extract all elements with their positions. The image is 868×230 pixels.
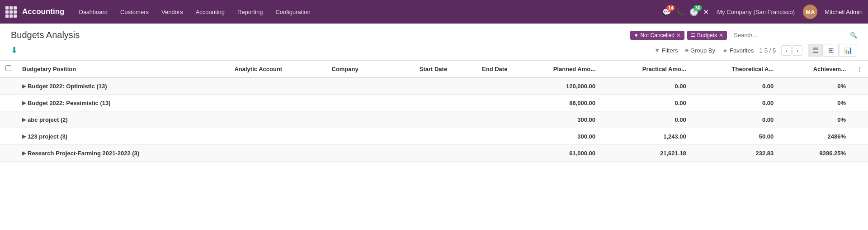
row-more[interactable] — [851, 77, 868, 95]
table-row: ▶ Budget 2022: Pessimistic (13) 86,000.0… — [0, 95, 868, 111]
nav-icons: 💬 14 📞 🕐 30 ✕ My Company (San Francisco)… — [662, 5, 863, 19]
th-checkbox — [0, 61, 17, 78]
table-row: ▶ Research Project-Farming 2021-2022 (3)… — [0, 145, 868, 162]
row-budgetary-position[interactable]: ▶ Research Project-Farming 2021-2022 (3) — [17, 145, 229, 162]
filter-not-cancelled[interactable]: ▼ Not Cancelled ✕ — [630, 31, 684, 40]
row-toggle[interactable]: ▶ Budget 2022: Optimistic (13) — [22, 83, 107, 90]
row-start-date — [389, 95, 453, 111]
row-end-date — [453, 77, 513, 95]
activity-button[interactable]: 🕐 30 — [689, 8, 698, 16]
row-more[interactable] — [851, 145, 868, 162]
grid-view-button[interactable]: ⊞ — [824, 44, 839, 57]
row-budgetary-position[interactable]: ▶ 123 project (3) — [17, 128, 229, 145]
nav-customers[interactable]: Customers — [115, 6, 154, 18]
row-end-date — [453, 111, 513, 128]
row-start-date — [389, 145, 453, 162]
row-analytic-account — [229, 95, 326, 111]
filters-button[interactable]: ▼ Filters — [654, 47, 678, 54]
row-more[interactable] — [851, 128, 868, 145]
close-icon: ✕ — [703, 8, 709, 16]
filter-bar: ▼ Not Cancelled ✕ ☰ Budgets ✕ 🔍 — [630, 30, 857, 40]
nav-dashboard[interactable]: Dashboard — [74, 6, 113, 18]
expand-icon: ▶ — [22, 150, 26, 156]
row-analytic-account — [229, 128, 326, 145]
close-button[interactable]: ✕ — [703, 8, 709, 16]
prev-page-button[interactable]: ‹ — [781, 45, 791, 56]
table-row: ▶ Budget 2022: Optimistic (13) 120,000.0… — [0, 77, 868, 95]
row-end-date — [453, 95, 513, 111]
row-theoretical-amount: 50.00 — [692, 128, 779, 145]
filter-budgets-close[interactable]: ✕ — [719, 32, 723, 38]
nav-accounting[interactable]: Accounting — [190, 6, 230, 18]
filter-budgets[interactable]: ☰ Budgets ✕ — [687, 31, 727, 40]
nav-configuration[interactable]: Configuration — [270, 6, 316, 18]
table-container: Budgetary Position Analytic Account Comp… — [0, 60, 868, 162]
row-budgetary-position[interactable]: ▶ Budget 2022: Optimistic (13) — [17, 77, 229, 95]
row-company — [326, 145, 389, 162]
row-achievement: 0% — [779, 111, 851, 128]
th-practical-amount: Practical Amo... — [601, 61, 692, 78]
next-page-button[interactable]: › — [793, 45, 802, 56]
download-button[interactable]: ⬇ — [11, 45, 18, 55]
filter-not-cancelled-close[interactable]: ✕ — [676, 32, 681, 38]
nav-vendors[interactable]: Vendors — [156, 6, 189, 18]
phone-icon: 📞 — [676, 8, 685, 16]
row-budgetary-position[interactable]: ▶ Budget 2022: Pessimistic (13) — [17, 95, 229, 111]
app-grid-icon[interactable] — [5, 6, 17, 18]
row-company — [326, 77, 389, 95]
nav-reporting[interactable]: Reporting — [232, 6, 268, 18]
table-header-row: Budgetary Position Analytic Account Comp… — [0, 61, 868, 78]
th-analytic-account: Analytic Account — [229, 61, 326, 78]
filter-budgets-label: Budgets — [697, 32, 717, 38]
group-by-label: Group By — [690, 47, 715, 54]
search-icon[interactable]: 🔍 — [850, 32, 857, 38]
search-input[interactable] — [734, 32, 843, 38]
table-row: ▶ abc project (2) 300.00 0.00 0.00 0% — [0, 111, 868, 128]
row-start-date — [389, 77, 453, 95]
filter-funnel-icon: ▼ — [654, 47, 660, 54]
th-budgetary-position: Budgetary Position — [17, 61, 229, 78]
expand-icon: ▶ — [22, 83, 26, 89]
avatar[interactable]: MA — [803, 5, 817, 19]
row-achievement: 9286.25% — [779, 145, 851, 162]
row-more[interactable] — [851, 111, 868, 128]
th-more[interactable]: ⋮ — [851, 61, 868, 78]
row-practical-amount: 0.00 — [601, 111, 692, 128]
activity-badge: 30 — [693, 5, 702, 11]
star-icon: ★ — [722, 47, 728, 54]
select-all-checkbox[interactable] — [5, 65, 11, 71]
chart-view-button[interactable]: 📊 — [840, 44, 857, 57]
company-name: My Company (San Francisco) — [717, 9, 795, 15]
toolbar-row: ⬇ ▼ Filters ≡ Group By ★ Favorites 1-5 /… — [0, 40, 868, 60]
list-view-button[interactable]: ☰ — [808, 44, 823, 57]
row-toggle[interactable]: ▶ Budget 2022: Pessimistic (13) — [22, 100, 111, 106]
th-start-date: Start Date — [389, 61, 453, 78]
row-analytic-account — [229, 77, 326, 95]
row-toggle[interactable]: ▶ abc project (2) — [22, 116, 68, 123]
row-analytic-account — [229, 111, 326, 128]
messages-badge: 14 — [666, 5, 675, 11]
row-end-date — [453, 128, 513, 145]
row-toggle[interactable]: ▶ 123 project (3) — [22, 133, 67, 140]
search-box[interactable] — [730, 30, 847, 40]
avatar-initials: MA — [806, 9, 815, 15]
row-more[interactable] — [851, 95, 868, 111]
filter-icon: ▼ — [634, 33, 639, 38]
expand-icon: ▶ — [22, 100, 26, 106]
table-row: ▶ 123 project (3) 300.00 1,243.00 50.00 … — [0, 128, 868, 145]
favorites-label: Favorites — [730, 47, 754, 54]
view-buttons: ☰ ⊞ 📊 — [808, 44, 857, 57]
row-checkbox — [0, 128, 17, 145]
user-name: Mitchell Admin — [825, 9, 863, 15]
phone-button[interactable]: 📞 — [676, 8, 685, 16]
group-by-button[interactable]: ≡ Group By — [685, 47, 715, 54]
messages-button[interactable]: 💬 14 — [662, 8, 671, 16]
row-planned-amount: 300.00 — [513, 111, 601, 128]
row-checkbox — [0, 145, 17, 162]
row-toggle[interactable]: ▶ Research Project-Farming 2021-2022 (3) — [22, 150, 139, 157]
favorites-button[interactable]: ★ Favorites — [722, 47, 754, 54]
top-navigation: Accounting Dashboard Customers Vendors A… — [0, 0, 868, 24]
filter-not-cancelled-label: Not Cancelled — [641, 32, 675, 38]
page-title: Budgets Analysis — [11, 30, 80, 40]
row-budgetary-position[interactable]: ▶ abc project (2) — [17, 111, 229, 128]
